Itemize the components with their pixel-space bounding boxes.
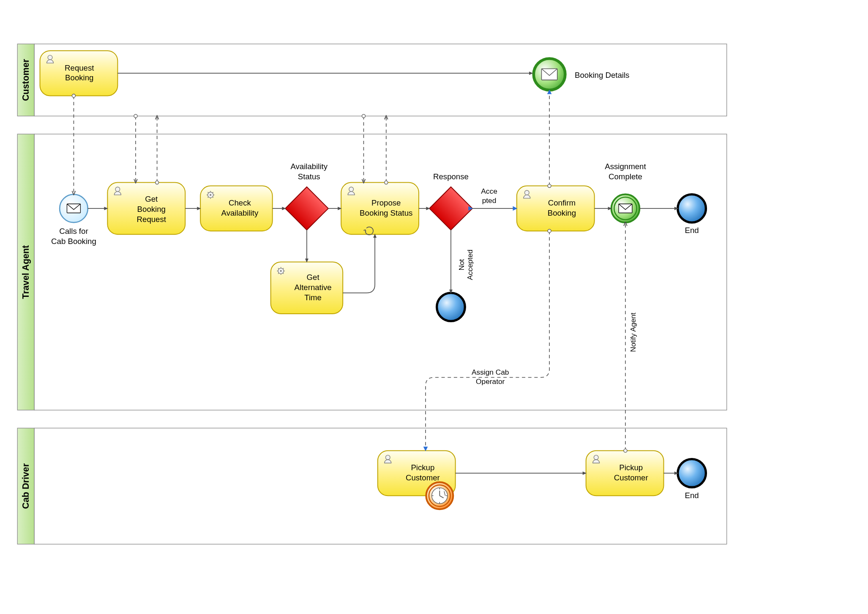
task-confirm-booking[interactable]: Confirm Booking (517, 186, 595, 231)
svg-point-41 (437, 293, 465, 321)
task-label: Pickup (619, 463, 643, 472)
envelope-icon (67, 204, 80, 213)
label-availability-status: Availability (290, 162, 328, 171)
task-label: Alternative (295, 283, 332, 292)
label-notify-agent: Notify Agent (629, 312, 637, 352)
label-accepted: Acce (481, 187, 497, 195)
envelope-icon (541, 69, 557, 80)
label-calls-for: Calls for (59, 227, 88, 236)
svg-point-46 (678, 459, 706, 488)
lane-label-cab-driver: Cab Driver (21, 463, 31, 509)
task-pickup-customer-2[interactable]: Pickup Customer (586, 451, 664, 496)
gear-icon (277, 267, 285, 275)
task-label: Booking Status (360, 208, 412, 217)
task-get-booking-request[interactable]: Get Booking Request (107, 183, 185, 235)
end-event-travel-agent[interactable] (678, 195, 706, 223)
task-label: Booking (137, 205, 166, 214)
task-label: Get (145, 195, 158, 203)
clock-icon (432, 488, 448, 504)
end-event-cab-driver[interactable] (678, 459, 706, 488)
event-booking-details[interactable] (534, 59, 565, 90)
lane-label-travel-agent: Travel Agent (21, 245, 31, 299)
svg-point-40 (678, 195, 706, 223)
task-label: Get (307, 273, 320, 282)
task-request-booking[interactable]: Request Booking (40, 51, 118, 96)
label-end: End (685, 226, 699, 235)
timer-event-icon[interactable] (426, 482, 453, 509)
label-booking-details: Booking Details (575, 71, 629, 79)
task-label: Pickup (411, 463, 434, 472)
label-not-accepted: Not (457, 259, 466, 270)
task-label: Check (229, 198, 251, 207)
envelope-icon (619, 204, 632, 213)
label-assignment-complete: Complete (609, 172, 642, 181)
label-calls-for: Cab Booking (51, 237, 96, 246)
label-not-accepted: Accepted (466, 249, 474, 280)
task-label: Request (65, 63, 94, 72)
svg-rect-23 (34, 44, 726, 116)
task-label: Booking (65, 73, 93, 82)
task-label: Propose (371, 198, 401, 207)
label-accepted: pted (482, 196, 497, 205)
task-label: Confirm (548, 198, 576, 207)
label-assign-cab: Operator (476, 377, 505, 386)
task-check-availability[interactable]: Check Availability (200, 186, 273, 231)
label-assign-cab: Assign Cab (472, 368, 509, 376)
label-assignment-complete: Assignment (605, 162, 646, 171)
task-label: Customer (406, 473, 440, 482)
task-label: Availability (221, 208, 259, 217)
task-label: Booking (548, 208, 576, 217)
label-response: Response (433, 172, 469, 181)
task-label: Customer (614, 473, 648, 482)
task-get-alternative-time[interactable]: Get Alternative Time (271, 262, 343, 314)
label-availability-status: Status (298, 172, 320, 181)
label-end: End (685, 491, 699, 500)
gear-icon (207, 191, 215, 199)
event-assignment-complete[interactable] (611, 195, 640, 223)
task-propose-booking-status[interactable]: Propose Booking Status (341, 183, 419, 235)
task-label: Request (137, 215, 167, 224)
lane-label-customer: Customer (21, 59, 31, 101)
task-label: Time (304, 293, 322, 302)
end-event-not-accepted[interactable] (437, 293, 465, 321)
event-calls-for-cab[interactable] (60, 195, 88, 223)
